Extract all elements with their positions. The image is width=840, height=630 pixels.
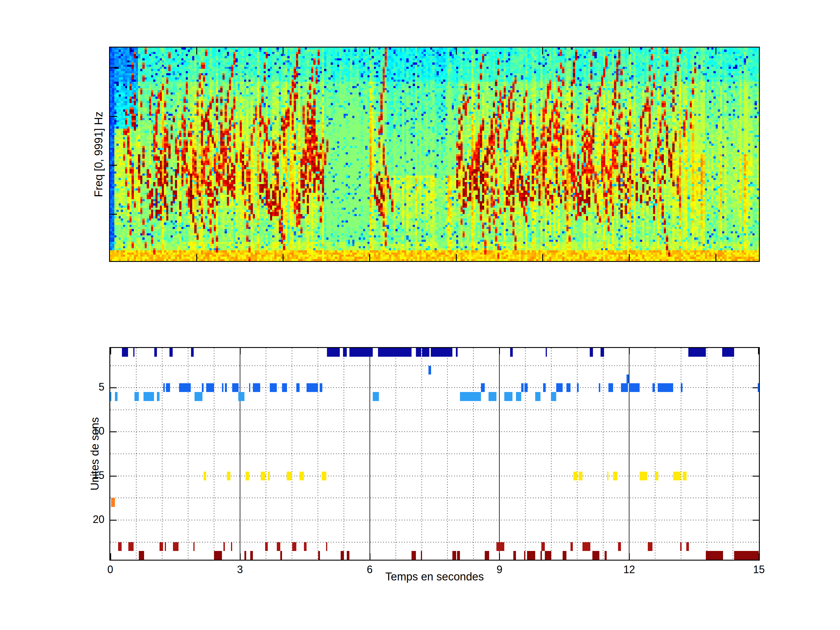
raster-bar (326, 542, 327, 551)
x-tick-mark (240, 348, 241, 354)
x-tick-label: 15 (741, 564, 777, 576)
raster-bar (613, 472, 617, 480)
raster-bar (681, 383, 682, 392)
x-tick-mark (715, 47, 716, 55)
raster-bar (673, 472, 681, 480)
raster-bar (627, 374, 628, 383)
raster-bar (621, 383, 628, 392)
x-tick-mark (283, 254, 284, 261)
x-tick-mark (499, 348, 500, 354)
raster-bar (157, 392, 159, 401)
raster-bar (253, 383, 260, 392)
raster-bar (277, 542, 280, 551)
x-tick-mark (629, 553, 630, 560)
raster-bar (118, 542, 122, 551)
spectrogram-plot (109, 47, 760, 262)
raster-bar (683, 472, 687, 480)
raster-bar (191, 348, 194, 357)
raster-bar (639, 472, 647, 480)
raster-bar (428, 366, 431, 374)
x-tick-mark (499, 553, 500, 560)
raster-bar (422, 348, 429, 357)
x-tick-mark (542, 47, 543, 55)
raster-bar (579, 472, 583, 480)
raster-plot (109, 347, 760, 561)
raster-bar (592, 551, 599, 560)
raster-bar (134, 392, 139, 401)
raster-bar (300, 472, 304, 480)
grid-line-horizontal (110, 476, 759, 476)
x-tick-mark (369, 553, 370, 560)
raster-bar (648, 542, 652, 551)
raster-bar (204, 472, 206, 480)
raster-bar (524, 551, 525, 560)
grid-line-horizontal (110, 497, 759, 498)
grid-line-horizontal (110, 542, 759, 543)
raster-bar (122, 348, 128, 357)
raster-bar (223, 542, 224, 551)
x-tick-mark (629, 348, 630, 354)
raster-bar (524, 383, 527, 392)
raster-bar (115, 392, 118, 401)
raster-bar (543, 383, 546, 392)
raster-bar (245, 551, 246, 560)
raster-bar (652, 383, 655, 392)
x-tick-mark (629, 47, 630, 55)
raster-bar (179, 383, 191, 392)
raster-bar (722, 348, 734, 357)
x-tick-mark (240, 553, 241, 560)
raster-bar (496, 542, 504, 551)
raster-bar (110, 392, 111, 401)
x-tick-label: 9 (482, 564, 517, 576)
y-tick-mark (110, 67, 117, 68)
y-tick-mark (110, 165, 117, 166)
raster-bar (658, 383, 673, 392)
y-tick-label: 15 (72, 469, 104, 482)
raster-bar (166, 383, 170, 392)
raster-bar (567, 383, 570, 392)
raster-bar (238, 392, 245, 401)
raster-bar (249, 383, 250, 392)
raster-bar (304, 542, 306, 551)
raster-bar (282, 383, 287, 392)
raster-bar (139, 551, 144, 560)
x-tick-mark (110, 553, 111, 560)
grid-line-horizontal (110, 453, 759, 454)
raster-bar (159, 542, 163, 551)
raster-bar (513, 551, 516, 560)
raster-bar (165, 542, 166, 551)
raster-bar (607, 472, 608, 480)
raster-bar (265, 542, 268, 551)
raster-bar (481, 383, 485, 392)
raster-bar (416, 348, 421, 357)
raster-bar (535, 392, 540, 401)
raster-bar (563, 551, 567, 560)
raster-bar (488, 392, 496, 401)
raster-bar (629, 383, 639, 392)
x-tick-mark (110, 348, 111, 354)
raster-bar (521, 383, 524, 392)
x-tick-mark (196, 47, 197, 55)
raster-bar (577, 383, 579, 392)
raster-bar (246, 472, 249, 480)
raster-bar (516, 392, 521, 401)
x-tick-mark (456, 254, 457, 261)
x-tick-mark (629, 254, 630, 261)
x-tick-mark (369, 254, 370, 261)
raster-bar (758, 383, 759, 392)
x-tick-mark (369, 47, 370, 55)
raster-bar (527, 551, 535, 560)
raster-bar (327, 348, 340, 357)
raster-bar (457, 551, 460, 560)
raster-bar (173, 542, 178, 551)
raster-bar (306, 383, 318, 392)
raster-bar (504, 392, 512, 401)
y-tick-mark (110, 431, 117, 432)
raster-bar (485, 551, 489, 560)
x-tick-mark (542, 254, 543, 261)
y-tick-mark (110, 476, 117, 477)
raster-bar (227, 472, 231, 480)
raster-bar (133, 348, 134, 357)
raster-bar (421, 551, 422, 560)
raster-bar (570, 542, 573, 551)
